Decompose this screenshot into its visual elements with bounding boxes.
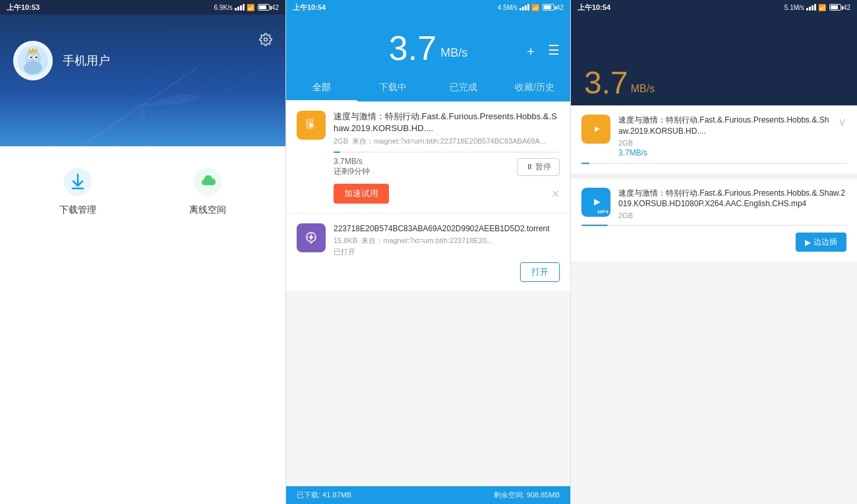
- download-header: ＋ ☰ 3.7 MB/s 全部 下载中 已完成 收藏/历史: [286, 14, 570, 101]
- bottom-bar: 已下载: 41.87MB 剩余空间: 908.85MB: [286, 486, 570, 504]
- download-manager-label: 下载管理: [59, 204, 96, 216]
- p3-progress-fill: [581, 163, 589, 164]
- status-bar-panel1: 上午10:53 6.9K/s 📶 42: [0, 0, 285, 14]
- download-icon: [62, 166, 94, 198]
- tab-all[interactable]: 全部: [286, 75, 357, 101]
- p3-item-footer: ▶ 边边插: [581, 233, 846, 252]
- item-header: 速度与激情：特别行动.Fast.&.Furious.Presents.Hobbs…: [297, 111, 560, 146]
- p3-file-name-video: 速度与激情：特别行动.Fast.&.Furious.Presents.Hobbs…: [618, 115, 830, 137]
- offline-space-item[interactable]: 离线空间: [143, 166, 273, 216]
- add-button[interactable]: ＋: [524, 42, 537, 60]
- svg-marker-19: [594, 199, 601, 206]
- status-bar-panel2: 上午10:54 4.5M/s 📶 42: [286, 0, 570, 14]
- close-button[interactable]: ✕: [551, 188, 560, 200]
- bar2: [237, 7, 239, 11]
- bar4: [243, 4, 245, 11]
- detail-header: 3.7 MB/s: [571, 14, 857, 105]
- wifi-icon-2: 📶: [531, 4, 539, 11]
- download-list: 速度与激情：特别行动.Fast.&.Furious.Presents.Hobbs…: [286, 101, 570, 486]
- settings-icon[interactable]: [259, 33, 272, 49]
- progress-bar: [334, 152, 560, 153]
- torrent-status: 已打开: [334, 247, 560, 257]
- remaining-space-label: 剩余空间: 908.85MB: [494, 490, 560, 500]
- toolbar: ＋ ☰: [524, 42, 560, 60]
- status-center-1: 6.9K/s 📶 42: [214, 4, 279, 11]
- torrent-icon: [304, 231, 318, 245]
- file-info-torrent: 223718E20B574BC83ABA69A202D9902AEEB1D5D2…: [334, 223, 560, 257]
- battery-icon-3: [829, 4, 841, 11]
- user-section: 手机用户: [13, 41, 110, 80]
- speed-stat: 3.7MB/s: [334, 157, 370, 166]
- p3-item-row-video: 速度与激情：特别行动.Fast.&.Furious.Presents.Hobbs…: [581, 115, 846, 157]
- p3-file-meta-video: 2GB: [618, 139, 830, 147]
- file-info-video: 速度与激情：特别行动.Fast.&.Furious.Presents.Hobbs…: [334, 111, 560, 146]
- download-item-torrent: 223718E20B574BC83ABA69A202D9902AEEB1D5D2…: [286, 214, 570, 291]
- download-stats: 3.7MB/s 还剩9分钟: [334, 157, 370, 177]
- battery-icon-1: [258, 4, 270, 11]
- torrent-meta: 15.8KB 来自：magnet:?xt=urn:btih:223718E20.…: [334, 236, 560, 246]
- detail-speed-unit: MB/s: [631, 83, 655, 99]
- video-file-icon: [303, 117, 319, 133]
- svg-point-10: [36, 57, 38, 59]
- p3-mp4-progress-fill: [581, 225, 608, 226]
- p3-file-icon-orange: [581, 115, 610, 144]
- pause-button[interactable]: ⏸ 暂停: [517, 158, 560, 176]
- list-button[interactable]: ☰: [548, 42, 560, 60]
- empty-space: [286, 293, 570, 424]
- p3-item-row-mp4: MP4 速度与激情：特别行动.Fast.&.Furious.Presents.H…: [581, 188, 846, 220]
- tab-downloading[interactable]: 下载中: [357, 75, 428, 101]
- offline-space-label: 离线空间: [189, 204, 226, 216]
- file-icon-video: [297, 111, 326, 140]
- p3-item-video: 速度与激情：特别行动.Fast.&.Furious.Presents.Hobbs…: [571, 105, 857, 173]
- download-manager-item[interactable]: 下载管理: [13, 166, 143, 216]
- status-speed-1: 6.9K/s: [214, 4, 233, 11]
- battery-icon-2: [543, 4, 554, 11]
- p3-file-info-video: 速度与激情：特别行动.Fast.&.Furious.Presents.Hobbs…: [618, 115, 830, 157]
- battery-pct-3: 42: [843, 4, 850, 11]
- mp4-label: MP4: [598, 209, 608, 215]
- stream-button[interactable]: ▶ 边边插: [796, 233, 846, 252]
- download-icon-svg: [64, 168, 92, 196]
- p3-video-icon: [588, 121, 604, 137]
- p3-file-name-mp4: 速度与激情：特别行动.Fast.&.Furious.Presents.Hobbs…: [618, 188, 846, 210]
- cloud-icon: [192, 166, 223, 198]
- play-icon: [589, 195, 603, 210]
- signal-bars-1: [235, 4, 245, 11]
- file-icon-torrent: [297, 223, 326, 252]
- signal-bars-2: [519, 4, 529, 11]
- torrent-actions: 打开: [297, 262, 560, 282]
- downloaded-label: 已下载: 41.87MB: [297, 490, 351, 500]
- username-label: 手机用户: [63, 53, 110, 69]
- detail-speed-row: 3.7 MB/s: [571, 67, 857, 99]
- battery-pct-1: 42: [272, 4, 279, 11]
- avatar: [13, 41, 53, 80]
- svg-point-4: [264, 38, 268, 42]
- download-item-video: 速度与激情：特别行动.Fast.&.Furious.Presents.Hobbs…: [286, 101, 570, 213]
- boost-button[interactable]: 加速试用: [334, 184, 389, 204]
- torrent-header: 223718E20B574BC83ABA69A202D9902AEEB1D5D2…: [297, 223, 560, 257]
- p3-speed-text: 3.7MB/s: [618, 148, 830, 157]
- download-actions: 3.7MB/s 还剩9分钟 ⏸ 暂停: [334, 157, 560, 177]
- tab-history[interactable]: 收藏/历史: [499, 75, 570, 101]
- status-bar-panel3: 上午10:54 5.1M/s 📶 42: [571, 0, 857, 14]
- bg-decoration: [0, 14, 285, 146]
- p3-progress-bar: [581, 163, 846, 164]
- speed-number: 3.7: [389, 31, 436, 65]
- panel-download-manager: 上午10:54 4.5M/s 📶 42 ＋ ☰: [285, 0, 571, 504]
- wifi-icon: 📶: [247, 4, 254, 11]
- tab-completed[interactable]: 已完成: [428, 75, 500, 101]
- battery-pct-2: 42: [556, 4, 564, 11]
- progress-fill: [334, 152, 340, 153]
- status-speed-2: 4.5M/s: [498, 4, 517, 11]
- panel-home: 上午10:53 6.9K/s 📶 42: [0, 0, 285, 504]
- p3-item-mp4: MP4 速度与激情：特别行动.Fast.&.Furious.Presents.H…: [571, 179, 857, 262]
- open-button[interactable]: 打开: [520, 262, 560, 282]
- file-meta-video: 2GB 来自：magnet:?xt=urn:btih:223718E20B574…: [334, 136, 560, 146]
- chevron-icon: ∨: [838, 115, 846, 129]
- wifi-icon-3: 📶: [818, 4, 826, 11]
- status-time-1: 上午10:53: [7, 3, 40, 13]
- status-center-2: 4.5M/s 📶 42: [498, 4, 564, 11]
- bar3: [240, 5, 242, 11]
- p3-mp4-progress: [581, 225, 846, 226]
- torrent-name: 223718E20B574BC83ABA69A202D9902AEEB1D5D2…: [334, 223, 560, 235]
